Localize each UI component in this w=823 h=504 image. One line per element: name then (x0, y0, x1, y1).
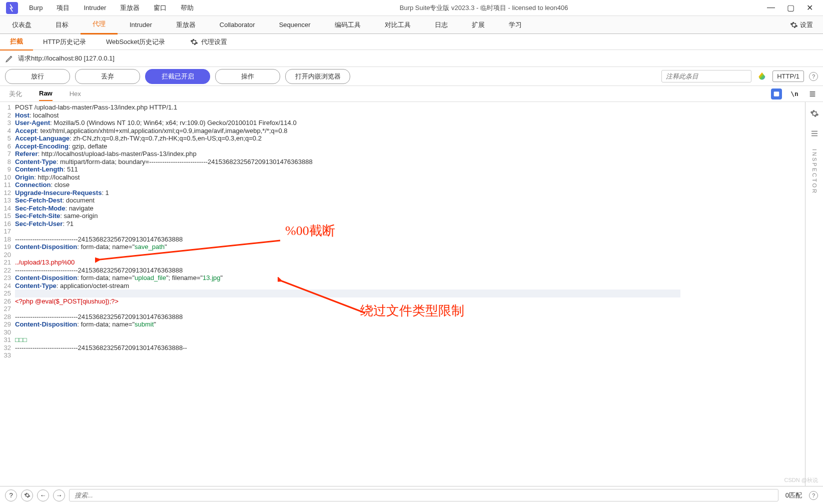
tab-collaborator[interactable]: Collaborator (208, 16, 267, 33)
collapse-icon[interactable] (810, 129, 819, 138)
drop-button[interactable]: 丢弃 (75, 69, 140, 84)
menu-window[interactable]: 窗口 (147, 0, 174, 16)
menu-intruder[interactable]: Intruder (77, 1, 113, 14)
tab-extensions[interactable]: 扩展 (460, 16, 497, 34)
menu-help[interactable]: 帮助 (174, 0, 201, 16)
close-icon[interactable]: ✕ (806, 3, 813, 12)
tab-repeater[interactable]: 重放器 (164, 16, 208, 34)
view-tabs: 美化 Raw Hex \n (0, 86, 823, 102)
comment-input[interactable] (661, 70, 751, 82)
menu-burp[interactable]: Burp (22, 1, 50, 14)
tab-decoder[interactable]: 编码工具 (323, 16, 373, 34)
line-gutter: 1234567891011121314151617181920212223242… (0, 102, 13, 486)
gear-icon (790, 21, 798, 29)
help-icon[interactable]: ? (809, 491, 818, 500)
main-tabs: 仪表盘 目标 代理 Intruder 重放器 Collaborator Sequ… (0, 16, 823, 34)
menu-project[interactable]: 项目 (50, 0, 77, 16)
maximize-icon[interactable]: ▢ (787, 3, 794, 12)
watermark: CSDN @秋说 (784, 476, 818, 484)
gear-icon (190, 38, 198, 46)
tab-proxy[interactable]: 代理 (81, 15, 118, 34)
settings-label: 设置 (800, 20, 813, 30)
menu-bar: Burp 项目 Intruder 重放器 窗口 帮助 Burp Suite专业版… (0, 0, 823, 16)
match-count: 0匹配 (782, 491, 805, 500)
action-button[interactable]: 操作 (215, 69, 280, 84)
tab-dashboard[interactable]: 仪表盘 (0, 16, 44, 34)
message-actions-icon[interactable] (771, 88, 782, 100)
settings-button[interactable]: 设置 (790, 20, 813, 30)
code-area[interactable]: POST /upload-labs-master/Pass-13/index.p… (13, 102, 682, 486)
search-input[interactable] (69, 489, 778, 502)
window-controls: — ▢ ✕ (767, 3, 821, 12)
request-editor[interactable]: 1234567891011121314151617181920212223242… (0, 102, 805, 486)
hamburger-icon[interactable] (807, 88, 818, 100)
vtab-hex[interactable]: Hex (70, 87, 81, 100)
request-url-label: 请求http://localhost:80 [127.0.0.1] (18, 54, 115, 63)
tab-target[interactable]: 目标 (44, 16, 81, 34)
inspector-label: INSPECTOR (811, 149, 817, 194)
gear-icon[interactable] (21, 490, 33, 502)
highlight-color-icon[interactable] (756, 71, 767, 82)
search-next-button[interactable]: → (53, 490, 65, 502)
tab-intruder[interactable]: Intruder (118, 16, 164, 33)
proxy-subtabs: 拦截 HTTP历史记录 WebSocket历史记录 代理设置 (0, 34, 823, 50)
tab-comparer[interactable]: 对比工具 (373, 16, 423, 34)
subtab-ws-history[interactable]: WebSocket历史记录 (96, 34, 175, 50)
vtab-raw[interactable]: Raw (39, 86, 53, 101)
forward-button[interactable]: 放行 (5, 69, 70, 84)
http-version-selector[interactable]: HTTP/1 (772, 70, 804, 82)
burp-logo-icon (6, 2, 18, 14)
request-info-bar: 请求http://localhost:80 [127.0.0.1] (0, 50, 823, 67)
intercept-toggle-button[interactable]: 拦截已开启 (145, 69, 210, 84)
bottom-bar: ? ← → 0匹配 ? (0, 486, 823, 504)
minimize-icon[interactable]: — (767, 3, 775, 12)
inspector-rail[interactable]: INSPECTOR (805, 102, 823, 486)
open-browser-button[interactable]: 打开内嵌浏览器 (285, 69, 350, 84)
tab-sequencer[interactable]: Sequencer (267, 16, 323, 33)
subtab-intercept[interactable]: 拦截 (0, 34, 33, 50)
pencil-icon[interactable] (5, 54, 14, 63)
proxy-settings-label: 代理设置 (201, 38, 227, 46)
svg-rect-0 (774, 92, 779, 96)
search-prev-button[interactable]: ← (37, 490, 49, 502)
subtab-http-history[interactable]: HTTP历史记录 (33, 34, 96, 50)
action-bar: 放行 丢弃 拦截已开启 操作 打开内嵌浏览器 HTTP/1 ? (0, 67, 823, 86)
newline-icon[interactable]: \n (789, 88, 800, 100)
vtab-pretty[interactable]: 美化 (9, 86, 22, 102)
tab-learn[interactable]: 学习 (497, 16, 534, 34)
tab-logger[interactable]: 日志 (423, 16, 460, 34)
help-icon[interactable]: ? (5, 490, 17, 502)
gear-icon[interactable] (810, 109, 819, 118)
proxy-settings-button[interactable]: 代理设置 (190, 38, 227, 46)
help-icon[interactable]: ? (809, 72, 818, 81)
window-title: Burp Suite专业版 v2023.3 - 临时项目 - licensed … (201, 4, 767, 12)
menu-repeater[interactable]: 重放器 (113, 0, 147, 16)
